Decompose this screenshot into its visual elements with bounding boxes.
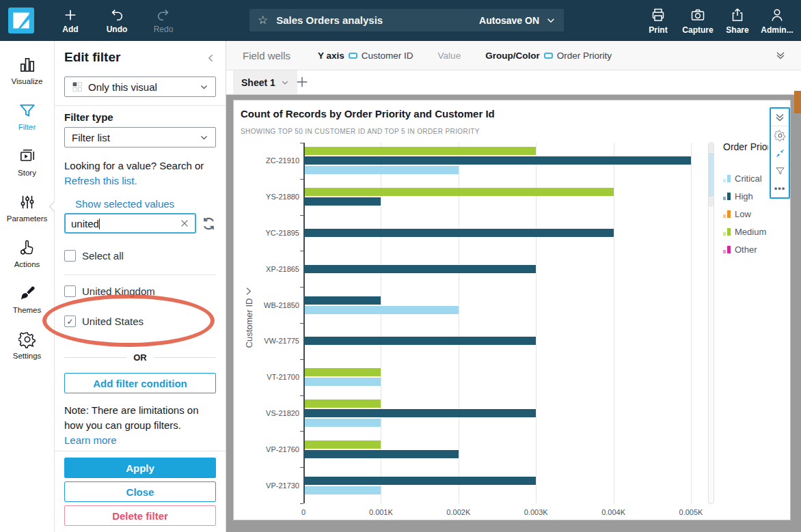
chart-bar[interactable] (305, 337, 536, 345)
sidebar-item-visualize[interactable]: Visualize (1, 56, 54, 85)
chart-bar[interactable] (305, 450, 459, 458)
sidebar-item-filter[interactable]: Filter (1, 102, 54, 131)
refresh-list-link[interactable]: Refresh this list. (64, 175, 137, 186)
group-color-field: Order Priority (557, 51, 612, 61)
collapse-menu-icon[interactable] (771, 109, 789, 126)
y-tick-mark (300, 359, 303, 360)
printer-icon (650, 7, 666, 23)
chart-bar[interactable] (305, 486, 381, 494)
sidebar-item-parameters[interactable]: Parameters (1, 193, 54, 223)
chart-bar[interactable] (305, 378, 381, 386)
chart-bar[interactable] (305, 400, 381, 408)
chart-bar[interactable] (305, 306, 459, 314)
chart-bar[interactable] (305, 296, 381, 305)
share-button[interactable]: Share (718, 4, 757, 37)
filter-option-row[interactable]: ✓United States (64, 316, 216, 327)
sidebar-item-settings[interactable]: Settings (1, 331, 54, 360)
select-all-checkbox[interactable] (64, 250, 76, 262)
funnel-icon (18, 102, 36, 120)
legend-item-other[interactable]: Other (723, 238, 788, 256)
clear-search-icon[interactable] (180, 219, 189, 228)
apply-button[interactable]: Apply (64, 458, 216, 478)
add-filter-condition-button[interactable]: Add filter condition (64, 373, 216, 393)
checkbox-checked[interactable]: ✓ (64, 316, 76, 327)
chart-bar[interactable] (305, 440, 381, 449)
chart-zoom-scrollbar[interactable] (708, 142, 714, 504)
autosave-toggle[interactable]: Autosave ON (479, 15, 539, 26)
chart-bar[interactable] (305, 409, 536, 417)
add-sheet-button[interactable] (295, 74, 310, 89)
undo-button[interactable]: Undo (98, 4, 135, 37)
more-options-icon[interactable]: ••• (771, 180, 789, 197)
filter-type-dropdown[interactable]: Filter list (64, 127, 216, 148)
collapse-panel-icon[interactable] (206, 53, 216, 63)
legend-swatch-icon (723, 174, 731, 182)
delete-filter-button[interactable]: Delete filter (64, 505, 216, 526)
value-well[interactable]: Value (438, 51, 461, 61)
close-button[interactable]: Close (64, 481, 216, 502)
chart-bar[interactable] (305, 477, 536, 485)
chart-bar[interactable] (305, 419, 381, 427)
print-button[interactable]: Print (638, 4, 678, 37)
scrollbar-bottom-handle[interactable] (709, 197, 714, 207)
chart-bar[interactable] (305, 188, 614, 196)
refresh-icon[interactable] (202, 216, 216, 231)
chart-bar[interactable] (305, 229, 614, 237)
learn-more-link[interactable]: Learn more (64, 434, 117, 446)
select-all-checkbox-row[interactable]: Select all (64, 250, 216, 262)
y-axis-well[interactable]: Y axis Customer ID (318, 51, 413, 61)
filter-option-row[interactable]: United Kingdom (64, 285, 216, 297)
filter-visual-icon[interactable] (771, 162, 789, 180)
y-tick-label: VP-21760 (239, 445, 299, 453)
filter-scope-dropdown[interactable]: Only this visual (64, 76, 216, 97)
scrollbar-thumb[interactable] (709, 153, 714, 197)
search-value: united (71, 218, 99, 229)
pointer-gear-icon (18, 239, 36, 257)
y-tick-label: VT-21700 (239, 373, 299, 381)
field-wells-expand-icon[interactable] (775, 50, 786, 61)
analysis-title-bar[interactable]: ☆ Sales Orders analysis Autosave ON (249, 9, 564, 31)
show-selected-values-link[interactable]: Show selected values (75, 198, 174, 210)
legend-item-label: Medium (735, 225, 766, 238)
chart-bar[interactable] (305, 197, 381, 206)
chevron-down-icon[interactable] (546, 16, 556, 25)
sidebar-item-actions[interactable]: Actions (1, 239, 54, 268)
redo-button[interactable]: Redo (145, 4, 182, 37)
plus-icon (63, 8, 78, 23)
checkbox-unchecked[interactable] (64, 285, 76, 297)
group-color-well[interactable]: Group/Color Order Priority (485, 51, 612, 61)
capture-button[interactable]: Capture (678, 4, 718, 37)
axis-expand-chevron-icon[interactable] (243, 286, 254, 296)
redo-icon (156, 8, 171, 23)
sidebar-item-story[interactable]: Story (1, 148, 54, 177)
quicksight-logo-icon[interactable] (8, 8, 34, 33)
add-button[interactable]: Add (52, 4, 89, 37)
star-icon[interactable]: ☆ (258, 14, 268, 26)
visual-subtitle: SHOWING TOP 50 IN CUSTOMER ID AND TOP 5 … (241, 128, 480, 135)
y-tick-mark (300, 179, 303, 180)
y-tick-label: VS-21820 (239, 409, 299, 417)
search-input[interactable]: united (64, 213, 196, 234)
scrollbar-top-handle[interactable] (709, 143, 714, 153)
legend-item-medium[interactable]: Medium (723, 221, 788, 238)
admin-button[interactable]: Admin... (757, 4, 797, 37)
legend-item-low[interactable]: Low (723, 203, 788, 221)
chart-bar[interactable] (305, 166, 459, 174)
sheet-tab[interactable]: Sheet 1 (233, 70, 297, 94)
filter-option-label: United States (82, 316, 144, 327)
note-text-line2: how you can group filters. (64, 419, 181, 431)
visual-card[interactable]: Count of Records by Order Priority and C… (233, 100, 791, 520)
main-area: Field wells Y axis Customer ID Value Gro… (226, 41, 801, 532)
field-wells-bar[interactable]: Field wells Y axis Customer ID Value Gro… (226, 41, 801, 70)
sidebar-item-themes[interactable]: Themes (1, 285, 54, 314)
legend-item-label: High (735, 190, 753, 203)
chart-bar[interactable] (305, 156, 691, 165)
y-tick-mark (300, 143, 303, 143)
chart-bar[interactable] (305, 368, 381, 376)
chart-bar[interactable] (305, 265, 536, 273)
collapse-visual-icon[interactable] (771, 144, 789, 162)
sidebar-item-label: Actions (14, 260, 40, 268)
filter-option-label: United Kingdom (82, 285, 155, 297)
visual-settings-gear-icon[interactable] (771, 126, 789, 144)
chart-bar[interactable] (305, 147, 536, 155)
